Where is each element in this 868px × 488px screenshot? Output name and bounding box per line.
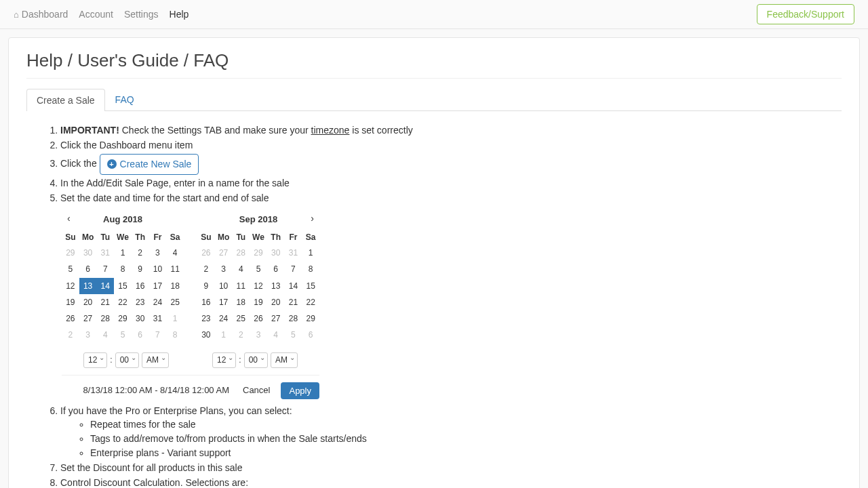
calendar-day[interactable]: 7: [149, 327, 167, 343]
calendar-day[interactable]: 18: [166, 278, 184, 294]
calendar-day[interactable]: 3: [79, 327, 97, 343]
calendar-day[interactable]: 23: [197, 310, 215, 327]
calendar-day[interactable]: 4: [232, 261, 250, 277]
calendar-day[interactable]: 31: [96, 245, 114, 261]
calendar-day[interactable]: 4: [267, 327, 285, 343]
calendar-day[interactable]: 29: [114, 310, 132, 327]
calendar-day[interactable]: 6: [132, 327, 149, 343]
calendar-day[interactable]: 1: [215, 327, 233, 343]
calendar-day[interactable]: 8: [114, 261, 132, 277]
calendar-day[interactable]: 4: [96, 327, 114, 343]
nav-help[interactable]: Help: [170, 9, 189, 20]
calendar-day[interactable]: 30: [79, 245, 97, 261]
calendar-day[interactable]: 21: [96, 294, 114, 310]
calendar-day[interactable]: 12: [62, 278, 79, 294]
end-hour-select[interactable]: 12: [212, 352, 236, 367]
calendar-day[interactable]: 10: [215, 278, 233, 294]
calendar-day[interactable]: 27: [215, 245, 233, 261]
calendar-day[interactable]: 14: [96, 278, 114, 294]
apply-button[interactable]: Apply: [281, 382, 319, 399]
calendar-day[interactable]: 5: [285, 327, 302, 343]
calendar-day[interactable]: 20: [79, 294, 97, 310]
calendar-day[interactable]: 28: [285, 310, 302, 327]
calendar-day[interactable]: 25: [232, 310, 250, 327]
create-new-sale-button[interactable]: + Create New Sale: [100, 154, 199, 175]
nav-account[interactable]: Account: [79, 9, 113, 20]
next-month-icon[interactable]: ›: [311, 212, 314, 225]
calendar-day[interactable]: 6: [79, 261, 97, 277]
calendar-day[interactable]: 8: [166, 327, 184, 343]
calendar-day[interactable]: 25: [166, 294, 184, 310]
nav-dashboard[interactable]: ⌂Dashboard: [14, 9, 68, 20]
calendar-day[interactable]: 31: [149, 310, 167, 327]
calendar-day[interactable]: 29: [62, 245, 79, 261]
calendar-day[interactable]: 24: [149, 294, 167, 310]
cancel-button[interactable]: Cancel: [243, 384, 270, 396]
calendar-day[interactable]: 15: [114, 278, 132, 294]
calendar-day[interactable]: 24: [215, 310, 233, 327]
start-min-select[interactable]: 00: [115, 352, 139, 367]
calendar-day[interactable]: 26: [250, 310, 267, 327]
calendar-day[interactable]: 2: [232, 327, 250, 343]
calendar-day[interactable]: 26: [62, 310, 79, 327]
calendar-day[interactable]: 1: [166, 310, 184, 327]
calendar-day[interactable]: 9: [197, 278, 215, 294]
calendar-day[interactable]: 3: [215, 261, 233, 277]
calendar-day[interactable]: 17: [215, 294, 233, 310]
tab-create-sale[interactable]: Create a Sale: [26, 89, 105, 111]
prev-month-icon[interactable]: ‹: [67, 212, 71, 225]
calendar-day[interactable]: 4: [166, 245, 184, 261]
calendar-day[interactable]: 19: [250, 294, 267, 310]
calendar-day[interactable]: 5: [114, 327, 132, 343]
tab-faq[interactable]: FAQ: [105, 88, 144, 110]
calendar-day[interactable]: 28: [232, 245, 250, 261]
calendar-day[interactable]: 23: [132, 294, 149, 310]
calendar-day[interactable]: 30: [267, 245, 285, 261]
calendar-day[interactable]: 13: [79, 278, 97, 294]
calendar-day[interactable]: 29: [302, 310, 319, 327]
calendar-day[interactable]: 30: [197, 327, 215, 343]
calendar-day[interactable]: 14: [285, 278, 302, 294]
calendar-day[interactable]: 31: [285, 245, 302, 261]
calendar-day[interactable]: 22: [302, 294, 319, 310]
calendar-day[interactable]: 29: [250, 245, 267, 261]
start-hour-select[interactable]: 12: [83, 352, 107, 367]
calendar-day[interactable]: 15: [302, 278, 319, 294]
calendar-day[interactable]: 13: [267, 278, 285, 294]
calendar-day[interactable]: 21: [285, 294, 302, 310]
calendar-day[interactable]: 6: [267, 261, 285, 277]
calendar-day[interactable]: 5: [250, 261, 267, 277]
end-min-select[interactable]: 00: [244, 352, 268, 367]
calendar-day[interactable]: 2: [132, 245, 149, 261]
calendar-day[interactable]: 27: [79, 310, 97, 327]
calendar-day[interactable]: 17: [149, 278, 167, 294]
calendar-day[interactable]: 27: [267, 310, 285, 327]
calendar-day[interactable]: 2: [197, 261, 215, 277]
calendar-day[interactable]: 6: [302, 327, 319, 343]
calendar-day[interactable]: 8: [302, 261, 319, 277]
calendar-day[interactable]: 3: [250, 327, 267, 343]
calendar-day[interactable]: 26: [197, 245, 215, 261]
calendar-day[interactable]: 2: [62, 327, 79, 343]
calendar-day[interactable]: 28: [96, 310, 114, 327]
calendar-day[interactable]: 10: [149, 261, 167, 277]
calendar-day[interactable]: 16: [132, 278, 149, 294]
calendar-day[interactable]: 12: [250, 278, 267, 294]
calendar-day[interactable]: 11: [232, 278, 250, 294]
end-ampm-select[interactable]: AM: [271, 352, 298, 367]
calendar-day[interactable]: 22: [114, 294, 132, 310]
calendar-day[interactable]: 3: [149, 245, 167, 261]
calendar-day[interactable]: 19: [62, 294, 79, 310]
feedback-button[interactable]: Feedback/Support: [757, 4, 854, 24]
start-ampm-select[interactable]: AM: [142, 352, 169, 367]
calendar-day[interactable]: 18: [232, 294, 250, 310]
calendar-day[interactable]: 9: [132, 261, 149, 277]
calendar-day[interactable]: 5: [62, 261, 79, 277]
calendar-day[interactable]: 16: [197, 294, 215, 310]
calendar-day[interactable]: 30: [132, 310, 149, 327]
calendar-day[interactable]: 11: [166, 261, 184, 277]
calendar-day[interactable]: 7: [96, 261, 114, 277]
nav-settings[interactable]: Settings: [124, 9, 159, 20]
calendar-day[interactable]: 1: [302, 245, 319, 261]
calendar-day[interactable]: 20: [267, 294, 285, 310]
